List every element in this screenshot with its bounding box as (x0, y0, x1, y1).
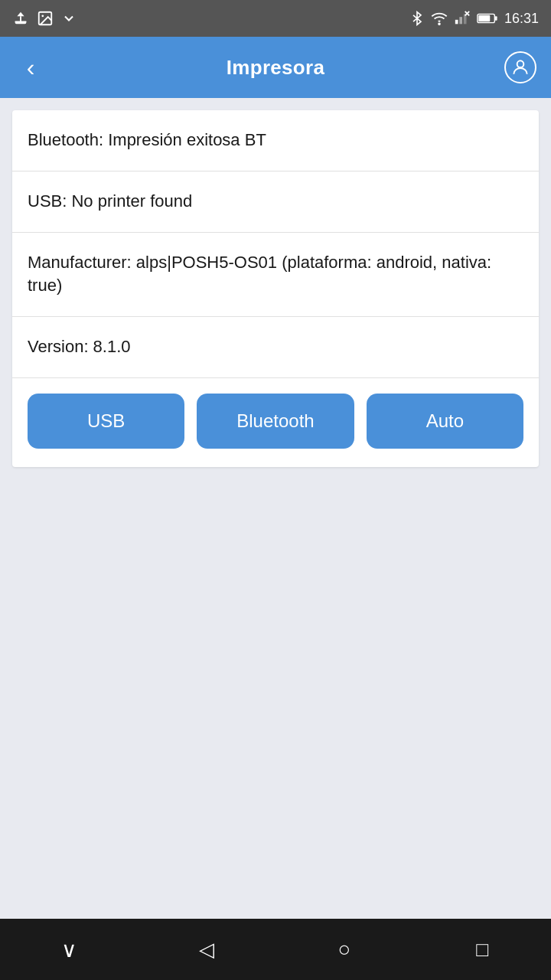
bluetooth-status-text: Bluetooth: Impresión exitosa BT (28, 130, 266, 149)
action-buttons-row: USB Bluetooth Auto (12, 378, 539, 467)
svg-rect-6 (455, 20, 458, 24)
wifi-status-icon (431, 10, 448, 27)
status-time: 16:31 (504, 11, 539, 27)
version-text: Version: 8.1.0 (28, 337, 131, 356)
dropdown-icon (61, 11, 77, 26)
battery-icon (477, 11, 498, 26)
manufacturer-row: Manufacturer: alps|POSH5-OS01 (plataform… (12, 233, 539, 318)
svg-point-14 (517, 60, 524, 67)
svg-marker-1 (17, 12, 24, 17)
nav-recents-button[interactable] (459, 926, 505, 972)
signal-icon (454, 10, 471, 27)
bluetooth-button[interactable]: Bluetooth (197, 394, 354, 449)
auto-button[interactable]: Auto (367, 394, 523, 449)
nav-chevron-down-button[interactable] (46, 926, 92, 972)
status-bar-right: 16:31 (409, 10, 539, 27)
bluetooth-status-icon (409, 11, 425, 26)
svg-rect-13 (495, 16, 497, 21)
bluetooth-status-row: Bluetooth: Impresión exitosa BT (12, 110, 539, 172)
back-chevron-icon: ‹ (27, 55, 35, 80)
home-nav-icon (338, 937, 351, 962)
info-card: Bluetooth: Impresión exitosa BT USB: No … (12, 110, 539, 467)
svg-rect-12 (478, 15, 490, 21)
usb-button[interactable]: USB (28, 394, 184, 449)
back-nav-icon (199, 938, 214, 962)
upload-icon (12, 10, 29, 27)
main-content: Bluetooth: Impresión exitosa BT USB: No … (0, 98, 551, 919)
usb-status-text: USB: No printer found (28, 191, 192, 211)
bottom-nav (0, 919, 551, 980)
app-bar: ‹ Impresora (0, 37, 551, 98)
back-button[interactable]: ‹ (12, 49, 49, 86)
status-bar: 16:31 (0, 0, 551, 37)
chevron-down-nav-icon (61, 937, 77, 962)
usb-status-row: USB: No printer found (12, 172, 539, 233)
svg-point-5 (439, 23, 440, 24)
status-bar-left (12, 10, 77, 27)
profile-button[interactable] (502, 49, 539, 86)
manufacturer-text: Manufacturer: alps|POSH5-OS01 (plataform… (28, 253, 491, 296)
svg-rect-8 (464, 15, 467, 24)
svg-rect-7 (459, 17, 462, 24)
nav-home-button[interactable] (321, 926, 367, 972)
gallery-icon (37, 10, 54, 27)
nav-back-button[interactable] (184, 926, 230, 972)
version-row: Version: 8.1.0 (12, 317, 539, 378)
app-bar-title: Impresora (49, 56, 502, 80)
svg-point-4 (41, 15, 44, 17)
svg-rect-2 (20, 16, 21, 21)
recents-nav-icon (476, 938, 488, 962)
profile-icon (504, 51, 536, 83)
